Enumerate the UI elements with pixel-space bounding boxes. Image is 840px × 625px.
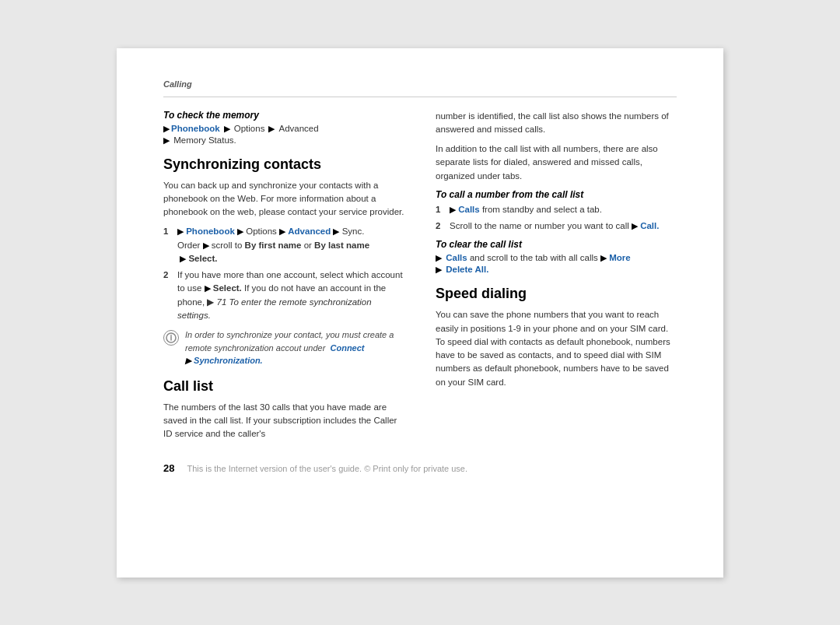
- note-connect-link: Connect: [331, 343, 365, 353]
- calllist-body2: In addition to the call list with all nu…: [436, 142, 677, 183]
- left-column: To check the memory ▶ Phonebook ▶ Option…: [163, 110, 404, 448]
- section-header: Calling: [163, 79, 677, 89]
- arrow-icon: ▶: [436, 265, 442, 275]
- clear-calls-link: Calls and scroll to the tab with all cal…: [443, 253, 631, 263]
- arrow-icon: ▶: [266, 124, 277, 134]
- call-number-steps: 1 ▶ Calls from standby and select a tab.…: [436, 203, 677, 233]
- calllist-body: The numbers of the last 30 calls that yo…: [163, 401, 404, 441]
- note-sync-link: Synchronization.: [194, 356, 263, 365]
- call-number-title: To call a number from the call list: [436, 189, 677, 200]
- call-step-2-content: Scroll to the name or number you want to…: [450, 219, 659, 233]
- call-step-2: 2 Scroll to the name or number you want …: [436, 219, 677, 233]
- speed-body: You can save the phone numbers that you …: [436, 308, 677, 389]
- memory-status-text: Memory Status.: [171, 135, 236, 145]
- arrow-icon: ▶: [185, 356, 191, 365]
- advanced-text: Advanced: [279, 124, 319, 133]
- footer: 28 This is the Internet version of the u…: [163, 462, 677, 474]
- check-memory-line2: ▶ Memory Status.: [163, 135, 404, 146]
- arrow-icon: ▶: [436, 253, 442, 263]
- sync-body: You can back up and synchronize your con…: [163, 179, 404, 219]
- speed-heading: Speed dialing: [436, 286, 677, 302]
- step-num: 2: [436, 219, 445, 233]
- calllist-heading: Call list: [163, 378, 404, 395]
- note-box: In order to synchronize your contact, yo…: [163, 328, 404, 367]
- check-memory-line1: ▶ Phonebook ▶ Options ▶ Advanced: [163, 124, 404, 134]
- call-step-1: 1 ▶ Calls from standby and select a tab.: [436, 203, 677, 216]
- sync-step-1: 1 ▶ Phonebook ▶ Options ▶ Advanced ▶ Syn…: [163, 225, 404, 265]
- note-icon: [163, 330, 179, 346]
- step-num: 1: [163, 225, 173, 265]
- step-2-content: If you have more than one account, selec…: [177, 269, 404, 322]
- arrow-icon: ▶: [163, 124, 170, 134]
- sync-steps: 1 ▶ Phonebook ▶ Options ▶ Advanced ▶ Syn…: [163, 225, 404, 322]
- arrow-icon: ▶: [163, 135, 170, 146]
- right-column: number is identified, the call list also…: [436, 110, 677, 448]
- sync-heading: Synchronizing contacts: [163, 156, 404, 173]
- clear-title: To clear the call list: [436, 239, 677, 250]
- call-step-1-content: ▶ Calls from standby and select a tab.: [450, 203, 602, 216]
- step-num: 1: [436, 203, 445, 216]
- page-number: 28: [163, 462, 174, 474]
- arrow-icon: ▶: [222, 124, 233, 134]
- sync-step-2: 2 If you have more than one account, sel…: [163, 269, 404, 322]
- clear-line1: ▶ Calls and scroll to the tab with all c…: [436, 253, 677, 263]
- check-memory-title: To check the memory: [163, 110, 404, 121]
- step-num: 2: [163, 269, 173, 322]
- note-text: In order to synchronize your contact, yo…: [185, 328, 404, 367]
- step-1-content: ▶ Phonebook ▶ Options ▶ Advanced ▶ Sync.…: [177, 225, 404, 265]
- page: Calling To check the memory ▶ Phonebook …: [117, 48, 723, 578]
- phonebook-link: Phonebook: [171, 124, 220, 133]
- options-text: Options: [234, 124, 265, 133]
- clear-line2: ▶ Delete All.: [436, 265, 677, 275]
- footer-text: This is the Internet version of the user…: [187, 464, 467, 473]
- clear-delete-link: Delete All.: [443, 265, 488, 274]
- calllist-cont: number is identified, the call list also…: [436, 110, 677, 137]
